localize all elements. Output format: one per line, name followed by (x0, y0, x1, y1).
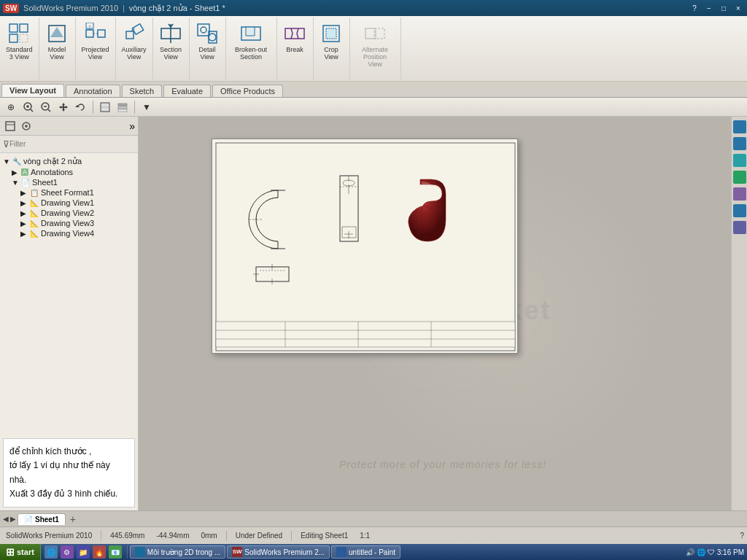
filter-input[interactable] (9, 140, 135, 148)
svg-line-32 (31, 109, 33, 112)
status-x: 445.69mm (107, 532, 147, 540)
sheet-tabs: ◀ ▶ 📄 Sheet1 + (0, 510, 747, 526)
collapse-icon-drawingview1[interactable]: ▶ (20, 199, 28, 207)
tree-item-sheetformat1[interactable]: ▶ 📋 Sheet Format1 (0, 187, 138, 198)
sheet-nav-next[interactable]: ▶ (10, 515, 16, 523)
alternate-position-view-button[interactable]: AlternatePositionView (360, 20, 390, 70)
sheet-nav-prev[interactable]: ◀ (3, 515, 9, 523)
minimize-button[interactable]: − (703, 3, 715, 13)
status-solidworks: SolidWorks Premium 2010 (3, 532, 95, 540)
help-button[interactable]: ? (689, 3, 700, 13)
tab-office-products[interactable]: Office Products (212, 85, 283, 97)
collapse-icon-drawingview2[interactable]: ▶ (20, 209, 28, 217)
right-btn-3[interactable] (733, 154, 746, 167)
standard-3view-button[interactable]: Standard3 View (4, 20, 34, 63)
collapse-icon-root[interactable]: ▼ (3, 158, 10, 166)
model-view-group: ModelView (39, 18, 76, 79)
tree-item-root[interactable]: ▼ 🔧 vòng chặt 2 nửa (0, 156, 138, 167)
collapse-icon-sheet1[interactable]: ▼ (12, 179, 19, 187)
right-btn-7[interactable] (733, 221, 746, 234)
taskbar-icon-1[interactable]: 🌐 (44, 545, 58, 559)
panel-btn-1[interactable] (3, 119, 18, 133)
tree-item-annotations[interactable]: ▶ A Annotations (0, 167, 138, 177)
model-view-button[interactable]: ModelView (44, 20, 70, 63)
tree-item-drawingview1[interactable]: ▶ 📐 Drawing View1 (0, 198, 138, 208)
tab-annotation[interactable]: Annotation (66, 85, 120, 97)
section-view-button[interactable]: SectionView (158, 20, 184, 63)
rotate-button[interactable] (73, 99, 89, 115)
watermark-tagline: Protect more of your memories for less! (139, 459, 747, 470)
filter-icon: ⊽ (3, 139, 9, 149)
auxiliary-view-label: AuxiliaryView (122, 47, 147, 61)
restore-button[interactable]: □ (718, 3, 729, 13)
right-btn-6[interactable] (733, 204, 746, 217)
zoom-in-button[interactable] (20, 99, 36, 115)
drawing-canvas[interactable]: Protect more of your memories for less! … (139, 117, 747, 510)
svg-rect-27 (365, 28, 376, 39)
projected-view-button[interactable]: ProjectedView (80, 20, 111, 63)
tree-icon-drawingview3: 📐 (30, 219, 39, 228)
svg-rect-2 (9, 34, 18, 42)
break-button[interactable]: Break (282, 20, 308, 55)
right-btn-5[interactable] (733, 187, 746, 201)
panel-btn-2[interactable] (19, 119, 34, 133)
svg-rect-42 (6, 122, 15, 131)
status-help[interactable]: ? (740, 532, 744, 540)
status-sep-2 (226, 531, 227, 541)
taskbar-btn-paint[interactable]: untitled - Paint (331, 545, 400, 559)
svg-rect-11 (126, 31, 133, 39)
svg-rect-24 (285, 28, 304, 39)
taskbar-btn-environment[interactable]: Môi trường 2D trong ... (130, 545, 225, 559)
collapse-icon-annotations[interactable]: ▶ (12, 168, 19, 176)
tab-evaluate[interactable]: Evaluate (163, 85, 211, 97)
tree-label-drawingview2: Drawing View2 (41, 209, 94, 217)
taskbar-icon-3[interactable]: 📁 (77, 545, 90, 559)
right-btn-2[interactable] (733, 137, 746, 150)
title-left: SW SolidWorks Premium 2010 | vòng chặt 2… (3, 4, 225, 13)
tree-label-drawingview1: Drawing View1 (41, 198, 94, 207)
tree-icon-annotations: A (21, 168, 28, 176)
filter-bar: ⊽ (0, 136, 138, 153)
zoom-out-button[interactable] (38, 99, 54, 115)
projected-view-label: ProjectedView (82, 47, 109, 61)
close-button[interactable]: × (732, 3, 744, 13)
panel-expand-button[interactable]: » (129, 120, 135, 132)
taskbar-btn-solidworks-label: SolidWorks Premium 2... (244, 548, 325, 556)
taskbar-icon-5[interactable]: 📧 (109, 545, 122, 559)
title-controls[interactable]: ? − □ × (689, 3, 744, 13)
collapse-icon-drawingview3[interactable]: ▶ (20, 219, 28, 228)
detail-view-button[interactable]: DetailView (194, 20, 220, 63)
right-btn-1[interactable] (733, 120, 746, 133)
panel-toolbar: » (0, 117, 138, 136)
broken-out-section-button[interactable]: Broken-outSection (233, 20, 268, 63)
tab-view-layout[interactable]: View Layout (1, 84, 64, 97)
tree-item-drawingview2[interactable]: ▶ 📐 Drawing View2 (0, 208, 138, 218)
svg-marker-5 (50, 27, 63, 37)
more-button[interactable]: ▼ (139, 99, 155, 115)
sheet-tab-1[interactable]: 📄 Sheet1 (18, 513, 66, 525)
svg-rect-40 (118, 106, 127, 109)
broken-out-section-group: Broken-outSection (226, 18, 277, 79)
collapse-icon-drawingview4[interactable]: ▶ (20, 230, 28, 238)
tree-item-drawingview4[interactable]: ▶ 📐 Drawing View4 (0, 228, 138, 238)
taskbar-icon-2[interactable]: ⚙ (61, 545, 74, 559)
right-btn-4[interactable] (733, 171, 746, 184)
layers-button[interactable] (115, 99, 131, 115)
auxiliary-view-button[interactable]: AuxiliaryView (120, 20, 148, 63)
add-sheet-button[interactable]: + (67, 513, 79, 525)
tree-item-sheet1[interactable]: ▼ 📄 Sheet1 (0, 177, 138, 187)
note-line1: để chỉnh kích thước , (9, 445, 128, 459)
collapse-icon-sheetformat1[interactable]: ▶ (20, 189, 28, 197)
taskbar-icon-4[interactable]: 🔥 (93, 545, 106, 559)
crop-view-button[interactable]: CropView (318, 20, 344, 63)
display-style-button[interactable] (97, 99, 113, 115)
pan-button[interactable] (55, 99, 71, 115)
zoom-fit-button[interactable]: ⊕ (3, 99, 19, 115)
tab-sketch[interactable]: Sketch (122, 85, 163, 97)
start-button[interactable]: ⊞ start (0, 544, 41, 560)
tree-item-drawingview3[interactable]: ▶ 📐 Drawing View3 (0, 218, 138, 228)
svg-rect-50 (216, 143, 515, 351)
status-sep-1 (101, 531, 101, 541)
taskbar-btn-solidworks[interactable]: SW SolidWorks Premium 2... (227, 545, 330, 559)
note-line3: Xuất 3 đầy đủ 3 hình chiếu. (9, 487, 128, 501)
